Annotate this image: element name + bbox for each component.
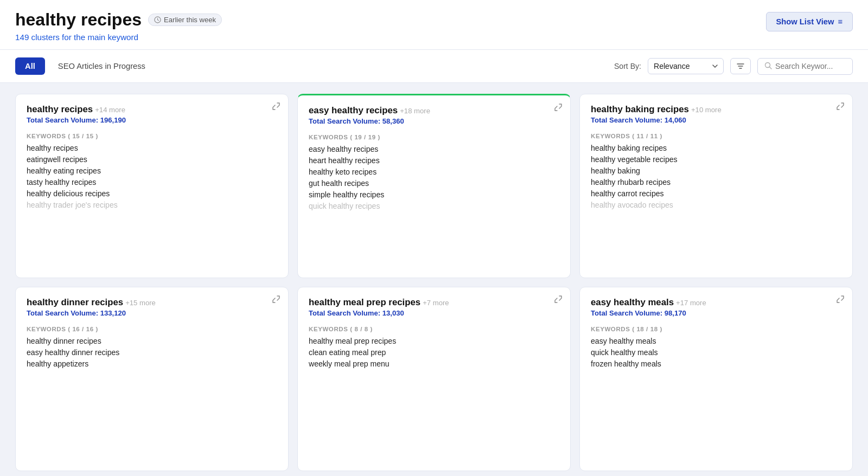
card-more-count: +7 more (423, 299, 449, 307)
main-keyword-title: healthy recipes (15, 10, 142, 30)
card-keywords-list: healthy meal prep recipesclean eating me… (309, 337, 559, 368)
list-icon: ≡ (838, 17, 843, 26)
keyword-item: frozen healthy meals (591, 359, 841, 368)
card-keywords-label: KEYWORDS ( 11 / 11 ) (591, 133, 841, 139)
card-volume: Total Search Volume: 196,190 (27, 116, 277, 124)
keyword-item: easy healthy meals (591, 337, 841, 345)
keyword-card: healthy dinner recipes+15 more Total Sea… (15, 287, 289, 471)
sort-select[interactable]: Relevance Search Volume Alphabetical (648, 58, 724, 74)
keyword-item: tasty healthy recipes (27, 178, 277, 186)
clock-icon (154, 16, 161, 23)
toolbar-tabs: All SEO Articles in Progress (15, 57, 153, 75)
page-header: healthy recipes Earlier this week 149 cl… (0, 0, 868, 50)
keyword-item: healthy delicious recipes (27, 189, 277, 198)
keyword-card: easy healthy meals+17 more Total Search … (579, 287, 853, 471)
tab-all[interactable]: All (15, 57, 45, 75)
keyword-item: healthy meal prep recipes (309, 337, 559, 345)
keyword-item: heart healthy recipes (309, 156, 559, 165)
svg-line-5 (770, 67, 772, 69)
card-keywords-list: healthy recipeseatingwell recipeshealthy… (27, 144, 277, 209)
keyword-item: easy healthy recipes (309, 145, 559, 153)
keyword-item: quick healthy recipes (309, 202, 559, 210)
card-keywords-list: easy healthy mealsquick healthy mealsfro… (591, 337, 841, 368)
expand-icon (836, 295, 845, 304)
card-more-count: +15 more (125, 299, 156, 307)
toolbar: All SEO Articles in Progress Sort By: Re… (0, 50, 868, 83)
keyword-item: eatingwell recipes (27, 155, 277, 164)
keyword-item: healthy vegetable recipes (591, 155, 841, 164)
toolbar-controls: Sort By: Relevance Search Volume Alphabe… (614, 58, 853, 75)
card-more-count: +14 more (95, 106, 125, 114)
search-input[interactable] (775, 62, 846, 70)
card-expand-button[interactable] (272, 102, 280, 113)
card-more-count: +10 more (691, 106, 722, 114)
filter-icon-button[interactable] (730, 58, 751, 74)
card-expand-button[interactable] (554, 295, 563, 306)
card-keywords-list: healthy dinner recipeseasy healthy dinne… (27, 337, 277, 368)
card-title: easy healthy recipes+18 more (309, 105, 559, 116)
card-keywords-label: KEYWORDS ( 15 / 15 ) (27, 133, 277, 139)
keyword-item: clean eating meal prep (309, 348, 559, 357)
header-left: healthy recipes Earlier this week 149 cl… (15, 10, 222, 42)
card-volume: Total Search Volume: 133,120 (27, 309, 277, 317)
keyword-item: healthy carrot recipes (591, 189, 841, 198)
show-list-button[interactable]: Show List View ≡ (766, 12, 853, 31)
cluster-count: 149 clusters for the main keyword (15, 33, 222, 42)
page-title-row: healthy recipes Earlier this week (15, 10, 222, 30)
show-list-label: Show List View (776, 17, 834, 26)
keyword-item: simple healthy recipes (309, 190, 559, 199)
cards-grid: healthy recipes+14 more Total Search Vol… (0, 83, 868, 476)
expand-icon (554, 103, 563, 112)
card-volume: Total Search Volume: 58,360 (309, 117, 559, 125)
filter-icon (736, 62, 745, 70)
card-keywords-label: KEYWORDS ( 18 / 18 ) (591, 326, 841, 332)
keyword-item: easy healthy dinner recipes (27, 348, 277, 357)
card-keywords-label: KEYWORDS ( 8 / 8 ) (309, 326, 559, 332)
expand-icon (272, 102, 280, 111)
keyword-item: healthy appetizers (27, 359, 277, 368)
keyword-item: healthy eating recipes (27, 166, 277, 175)
card-expand-button[interactable] (836, 102, 845, 113)
keyword-item: healthy avocado recipes (591, 201, 841, 209)
keyword-item: gut health recipes (309, 179, 559, 188)
card-expand-button[interactable] (272, 295, 280, 306)
card-title: easy healthy meals+17 more (591, 297, 841, 308)
card-title: healthy dinner recipes+15 more (27, 297, 277, 308)
keyword-card: easy healthy recipes+18 more Total Searc… (297, 94, 571, 278)
keyword-item: quick healthy meals (591, 348, 841, 357)
card-volume: Total Search Volume: 98,170 (591, 309, 841, 317)
card-keywords-list: easy healthy recipesheart healthy recipe… (309, 145, 559, 210)
search-icon (764, 62, 772, 71)
keyword-card: healthy recipes+14 more Total Search Vol… (15, 94, 289, 278)
card-title: healthy baking recipes+10 more (591, 104, 841, 115)
card-keywords-label: KEYWORDS ( 16 / 16 ) (27, 326, 277, 332)
card-volume: Total Search Volume: 14,060 (591, 116, 841, 124)
keyword-item: healthy trader joe's recipes (27, 201, 277, 209)
search-box (757, 58, 853, 75)
card-keywords-label: KEYWORDS ( 19 / 19 ) (309, 134, 559, 140)
header-time-badge: Earlier this week (148, 14, 222, 26)
card-more-count: +18 more (400, 107, 430, 115)
keyword-item: healthy recipes (27, 144, 277, 152)
sort-by-label: Sort By: (614, 62, 641, 70)
keyword-card: healthy meal prep recipes+7 more Total S… (297, 287, 571, 471)
card-volume: Total Search Volume: 13,030 (309, 309, 559, 317)
keyword-card: healthy baking recipes+10 more Total Sea… (579, 94, 853, 278)
expand-icon (272, 295, 280, 304)
keyword-item: weekly meal prep menu (309, 359, 559, 368)
card-expand-button[interactable] (554, 103, 563, 114)
keyword-item: healthy keto recipes (309, 168, 559, 176)
badge-text: Earlier this week (164, 16, 216, 24)
card-keywords-list: healthy baking recipeshealthy vegetable … (591, 144, 841, 209)
card-title: healthy meal prep recipes+7 more (309, 297, 559, 308)
card-title: healthy recipes+14 more (27, 104, 277, 115)
keyword-item: healthy dinner recipes (27, 337, 277, 345)
keyword-item: healthy baking (591, 166, 841, 175)
card-expand-button[interactable] (836, 295, 845, 306)
expand-icon (554, 295, 563, 304)
keyword-item: healthy baking recipes (591, 144, 841, 152)
keyword-item: healthy rhubarb recipes (591, 178, 841, 186)
tab-seo-articles[interactable]: SEO Articles in Progress (50, 57, 153, 75)
card-more-count: +17 more (676, 299, 706, 307)
expand-icon (836, 102, 845, 111)
